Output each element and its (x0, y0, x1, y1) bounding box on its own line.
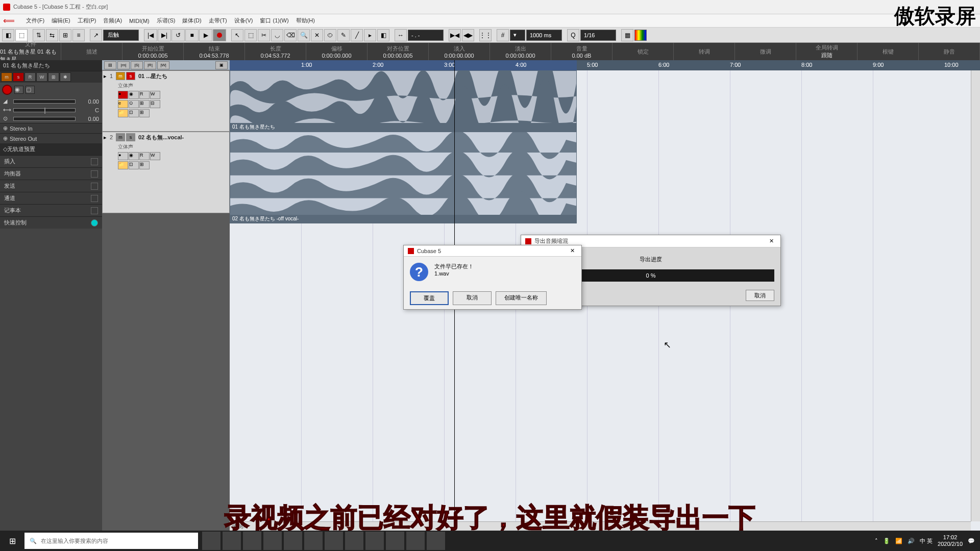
audio-clip[interactable]: 01 名も無き星たち (230, 70, 577, 132)
section-sends[interactable]: 发送 (0, 180, 102, 192)
section-eq[interactable]: 均衡器 (0, 167, 102, 180)
tool-range-icon[interactable]: ⬚ (244, 29, 257, 41)
rec-arm[interactable]: ● (118, 152, 128, 160)
timeline-ruler[interactable]: 1:00 2:00 3:00 4:00 5:00 6:00 7:00 8:00 … (230, 60, 980, 70)
tool-glue-icon[interactable]: ◡ (271, 29, 283, 41)
cancel-button[interactable]: 取消 (453, 291, 492, 305)
expand-icon[interactable]: ▸ (104, 134, 107, 141)
tool-pointer-icon[interactable]: ↖ (231, 29, 243, 41)
task-icon[interactable] (223, 532, 241, 550)
start-button[interactable]: ⊞ (0, 531, 24, 551)
snap-right-icon[interactable]: ◀▶ (462, 29, 474, 41)
expand-icon[interactable]: ▸ (104, 73, 107, 80)
ruler-s[interactable]: |S| (131, 61, 143, 69)
record-arm-icon[interactable] (2, 85, 12, 95)
solo-button[interactable]: s (13, 72, 24, 82)
menu-devices[interactable]: 设备(V) (234, 17, 253, 24)
delay-slider[interactable] (13, 117, 76, 121)
task-icon[interactable] (386, 532, 404, 550)
automation3-icon[interactable]: ⊞ (59, 29, 71, 41)
track-row[interactable]: ▸ 2 m s 02 名も無...vocal- 立体声 ● ◉ R W 📁 ⊡ … (102, 132, 230, 213)
tray-clock[interactable]: 17:02 2020/2/10 (938, 534, 963, 547)
snap-toggle-icon[interactable]: ⋮⋮ (479, 29, 492, 41)
close-icon[interactable]: ✕ (567, 247, 577, 254)
tray-ime[interactable]: 中 英 (920, 537, 933, 545)
cancel-button[interactable]: 取消 (746, 290, 774, 301)
record-icon[interactable] (213, 29, 226, 41)
folder-icon[interactable]: 📁 (118, 109, 128, 117)
play-icon[interactable]: ▶ (199, 29, 212, 41)
track-preset[interactable]: ◇ 无轨道预置 (0, 143, 102, 155)
automode-select[interactable]: 后触 (103, 30, 139, 41)
track-mute[interactable]: m (116, 133, 125, 141)
task-icon[interactable] (202, 532, 220, 550)
ctrl-icon[interactable]: ⊡ (129, 161, 139, 169)
track-name[interactable]: 02 名も無...vocal- (136, 134, 228, 141)
snap-left-icon[interactable]: ▶◀ (449, 29, 461, 41)
folder-icon[interactable]: 📁 (118, 161, 128, 169)
stop-icon[interactable]: ■ (185, 29, 199, 41)
menu-score[interactable]: 乐谱(S) (157, 17, 176, 24)
close-icon[interactable]: ✕ (766, 238, 776, 244)
ctrl-icon[interactable]: ⊙ (129, 100, 139, 108)
task-icon[interactable] (304, 532, 323, 550)
grid-type[interactable]: ▾ (510, 30, 525, 41)
volume-slider[interactable] (13, 99, 76, 104)
menu-help[interactable]: 帮助(H) (296, 17, 315, 24)
tool-color-icon[interactable]: ◧ (377, 29, 389, 41)
task-icon[interactable] (263, 532, 282, 550)
tool-play-icon[interactable]: ▸ (364, 29, 376, 41)
write-button[interactable]: W (36, 72, 47, 82)
unique-name-button[interactable]: 创建唯一名称 (496, 291, 547, 305)
goto-start-icon[interactable]: |◀ (144, 29, 157, 41)
write-auto[interactable]: W (150, 91, 160, 99)
read-auto[interactable]: R (139, 152, 150, 160)
lane-button[interactable]: ⊞ (48, 72, 59, 82)
task-icon[interactable] (427, 532, 445, 550)
tool-erase-icon[interactable]: ⌫ (284, 29, 297, 41)
pan-slider[interactable] (13, 108, 76, 112)
track-solo[interactable]: s (126, 133, 135, 141)
quantize-icon[interactable]: Q (567, 29, 579, 41)
auto-mode-icon[interactable]: ↗ (90, 29, 102, 41)
output-routing[interactable]: ⊕Stereo Out (0, 133, 102, 143)
tool-timewarp-icon[interactable]: ⏲ (324, 29, 336, 41)
track-solo[interactable]: s (126, 72, 135, 80)
ruler-r[interactable]: |R| (144, 61, 156, 69)
audio-clip[interactable]: 02 名も無き星たち -off vocal- (230, 132, 577, 223)
tray-notification-icon[interactable]: 💬 (968, 538, 975, 544)
menu-audio[interactable]: 音频(A) (103, 17, 122, 24)
insp-btn[interactable]: ▢ (26, 86, 35, 94)
read-auto[interactable]: R (139, 91, 150, 99)
menu-window[interactable]: 窗口 (1)(W) (260, 17, 288, 24)
menu-project[interactable]: 工程(P) (78, 17, 96, 24)
section-channel[interactable]: 通道 (0, 192, 102, 204)
write-auto[interactable]: W (150, 152, 160, 160)
menu-midi[interactable]: MIDI(M) (129, 18, 150, 24)
menu-file[interactable]: 文件(F) (26, 17, 44, 24)
quantize-value[interactable]: 1/16 (580, 30, 616, 41)
volume-value[interactable]: 0.00 (79, 98, 99, 105)
tray-volume-icon[interactable]: 🔊 (908, 538, 915, 544)
constrain-icon[interactable]: ◧ (2, 29, 14, 41)
ctrl-icon[interactable]: ⊟ (150, 100, 160, 108)
automation4-icon[interactable]: ≡ (72, 29, 85, 41)
mute-button[interactable]: m (1, 72, 12, 82)
ruler-m[interactable]: |m| (117, 61, 130, 69)
monitor-icon[interactable]: ◉ (14, 86, 23, 94)
task-icon[interactable] (406, 532, 425, 550)
freeze-button[interactable]: ✱ (60, 72, 71, 82)
monitor[interactable]: ◉ (129, 91, 139, 99)
snap-time[interactable]: 1000 ms (526, 30, 562, 41)
inspector-track-name[interactable]: 01 名も無き星たち (0, 60, 102, 71)
read-button[interactable]: R (24, 72, 36, 82)
goto-end-icon[interactable]: ▶| (158, 29, 171, 41)
section-quickcontrols[interactable]: 快速控制 (0, 216, 102, 229)
ctrl-icon[interactable]: ⊞ (139, 109, 150, 117)
track-name[interactable]: 01 ...星たち (136, 72, 228, 80)
section-inserts[interactable]: 插入 (0, 155, 102, 167)
ruler-zoom[interactable]: ▣ (215, 61, 228, 69)
menu-transport[interactable]: 走带(T) (209, 17, 227, 24)
task-icon[interactable] (243, 532, 261, 550)
color-palette-icon[interactable] (634, 30, 647, 41)
